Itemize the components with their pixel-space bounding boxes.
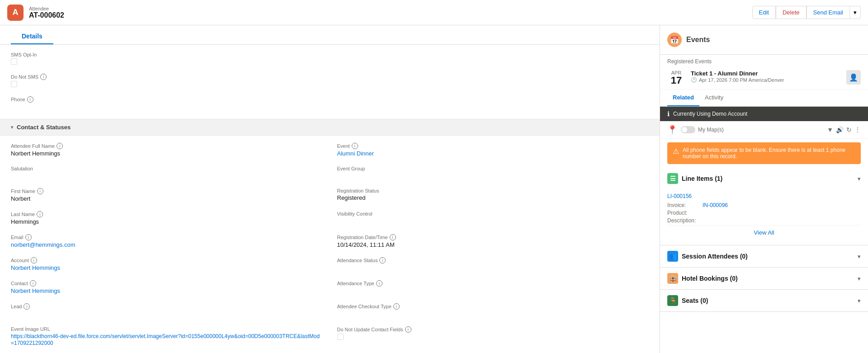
info-circle-icon: ℹ	[667, 110, 670, 118]
contact-value[interactable]: Norbert Hemmings	[11, 287, 60, 294]
attendance-type-info-icon[interactable]: i	[376, 280, 382, 287]
attendee-full-name-value: Norbert Hemmings	[11, 150, 323, 158]
invoice-value[interactable]: IN-000096	[703, 202, 728, 208]
line-items-header[interactable]: ☰ Line Items (1) ▾	[660, 168, 868, 189]
line-item-description-row: Description:	[667, 217, 861, 224]
do-not-sms-info-icon[interactable]: i	[40, 74, 47, 80]
activity-tab[interactable]: Activity	[699, 89, 729, 106]
line-item-id[interactable]: LI-000156	[667, 193, 861, 199]
dropdown-button[interactable]: ▾	[850, 6, 861, 19]
first-name-info-icon[interactable]: i	[37, 188, 43, 194]
header-title-block: Attendee AT-000602	[29, 6, 64, 19]
checkout-type-info-icon[interactable]: i	[393, 303, 400, 310]
toggle-label: My Map(s)	[698, 127, 724, 133]
visibility-control-field: Visibility Control ✎	[337, 207, 649, 231]
lead-info-icon[interactable]: i	[24, 303, 30, 310]
phone-info-icon[interactable]: i	[27, 96, 33, 103]
send-email-button[interactable]: Send Email	[807, 6, 850, 19]
filter-icon[interactable]: ▼	[827, 126, 833, 133]
map-pin-icon[interactable]: 📍	[667, 125, 677, 135]
phone-value	[11, 104, 649, 112]
contact-statuses-section-header[interactable]: ▾ Contact & Statuses	[0, 119, 660, 136]
session-attendees-chevron-icon[interactable]: ▾	[858, 253, 861, 260]
edit-button[interactable]: Edit	[752, 6, 776, 19]
event-info-icon[interactable]: i	[352, 143, 358, 149]
line-items-title-block: ☰ Line Items (1)	[667, 173, 722, 184]
last-name-info-icon[interactable]: i	[37, 211, 43, 217]
reg-date-info-icon[interactable]: i	[390, 234, 396, 240]
row-email-regdate: Email i norbert@hemmings.com ✎ Registrat…	[11, 231, 649, 254]
row-imageurl-donot: Event Image URL https://blackthorn46-dev…	[11, 323, 649, 350]
header-actions: Edit Delete Send Email ▾	[752, 6, 861, 19]
left-panel: Details SMS Opt-In ✎ Do Not SMS i	[0, 25, 660, 353]
do-not-update-field: Do Not Update Contact Fields i ✎	[337, 323, 649, 350]
refresh-icon[interactable]: ↻	[846, 126, 852, 133]
account-value[interactable]: Norbert Hemmings	[11, 264, 60, 271]
details-tab[interactable]: Details	[11, 25, 53, 44]
person-icon: 👤	[849, 73, 858, 82]
event-image-url-value[interactable]: https://blackthorn46-dev-ed.file.force.c…	[11, 333, 320, 346]
last-name-field: Last Name i Hemmings ✎	[11, 207, 323, 231]
do-not-update-info-icon[interactable]: i	[405, 326, 411, 333]
line-item-invoice-row: Invoice: IN-000096	[667, 202, 861, 208]
email-info-icon[interactable]: i	[25, 234, 32, 240]
event-group-value	[337, 172, 649, 180]
row-firstname-regstatus: First Name i Norbert ✎ Registration Stat…	[11, 184, 649, 207]
app-icon: A	[7, 5, 24, 21]
email-value[interactable]: norbert@hemmings.com	[11, 241, 75, 248]
event-avatar: 👤	[846, 70, 861, 85]
toggle-bg[interactable]	[681, 126, 695, 133]
related-tab[interactable]: Related	[667, 89, 699, 106]
hotel-bookings-header[interactable]: 🏨 Hotel Bookings (0) ▾	[660, 268, 868, 289]
session-attendees-section: 👥 Session Attendees (0) ▾	[660, 245, 868, 268]
map-tools-right: ▼ 🔊 ↻ ⋮	[827, 126, 861, 133]
event-card: Apr 17 Ticket 1 - Alumni Dinner 🕐 Apr 17…	[660, 66, 868, 89]
contact-info-icon[interactable]: i	[30, 280, 36, 287]
invoice-label: Invoice:	[667, 202, 699, 208]
line-item-details: LI-000156 Invoice: IN-000096 Product: De…	[660, 189, 868, 245]
seats-icon: 🪑	[667, 295, 678, 306]
contact-statuses-fields: Attendee Full Name i Norbert Hemmings ✎ …	[0, 136, 660, 353]
last-name-value: Hemmings	[11, 218, 323, 226]
attendance-type-value	[337, 287, 649, 296]
seats-section: 🪑 Seats (0) ▾	[660, 290, 868, 312]
my-maps-toggle[interactable]: My Map(s)	[681, 126, 724, 133]
more-icon[interactable]: ⋮	[854, 126, 861, 133]
do-not-sms-label: Do Not SMS i	[11, 74, 649, 80]
contact-statuses-label: Contact & Statuses	[17, 124, 71, 131]
row-name-event: Attendee Full Name i Norbert Hemmings ✎ …	[11, 139, 649, 162]
registration-status-value: Registered	[337, 194, 649, 202]
event-value[interactable]: Alumni Dinner	[337, 150, 374, 157]
line-items-chevron-icon[interactable]: ▾	[858, 175, 861, 182]
row-account-attendance: Account i Norbert Hemmings ✎ Attendance …	[11, 254, 649, 277]
row-lastname-visibility: Last Name i Hemmings ✎ Visibility Contro…	[11, 207, 649, 231]
demo-banner-text: Currently Using Demo Account	[673, 111, 747, 117]
session-attendees-header[interactable]: 👥 Session Attendees (0) ▾	[660, 245, 868, 267]
do-not-sms-checkbox[interactable]	[11, 81, 17, 87]
line-items-section: ☰ Line Items (1) ▾ LI-000156 Invoice: IN…	[660, 168, 868, 245]
account-field: Account i Norbert Hemmings ✎	[11, 254, 323, 277]
attendance-status-info-icon[interactable]: i	[379, 257, 386, 264]
seats-title-block: 🪑 Seats (0)	[667, 295, 708, 306]
attendee-full-name-field: Attendee Full Name i Norbert Hemmings ✎	[11, 139, 323, 162]
account-info-icon[interactable]: i	[31, 257, 37, 264]
do-not-sms-field: Do Not SMS i ✎	[11, 70, 649, 93]
do-not-update-checkbox[interactable]	[337, 334, 344, 340]
sms-opt-in-checkbox[interactable]	[11, 58, 17, 65]
delete-button[interactable]: Delete	[776, 6, 807, 19]
warning-triangle-icon: ⚠	[673, 147, 679, 155]
contact-statuses-chevron-icon: ▾	[11, 125, 13, 130]
seats-chevron-icon[interactable]: ▾	[858, 297, 861, 304]
related-activity-tabs: Related Activity	[660, 89, 868, 107]
event-field: Event i Alumni Dinner ✎	[337, 139, 649, 162]
events-title: Events	[686, 36, 710, 44]
first-name-field: First Name i Norbert ✎	[11, 184, 323, 207]
event-day: 17	[671, 75, 682, 85]
seats-header[interactable]: 🪑 Seats (0) ▾	[660, 290, 868, 311]
volume-icon[interactable]: 🔊	[836, 126, 844, 133]
attendee-name-info-icon[interactable]: i	[57, 143, 63, 149]
hotel-bookings-chevron-icon[interactable]: ▾	[858, 275, 861, 282]
view-all-button[interactable]: View All	[667, 225, 861, 240]
toggle-knob	[682, 127, 687, 132]
map-tools-bar: 📍 My Map(s) ▼ 🔊 ↻ ⋮	[660, 121, 868, 139]
